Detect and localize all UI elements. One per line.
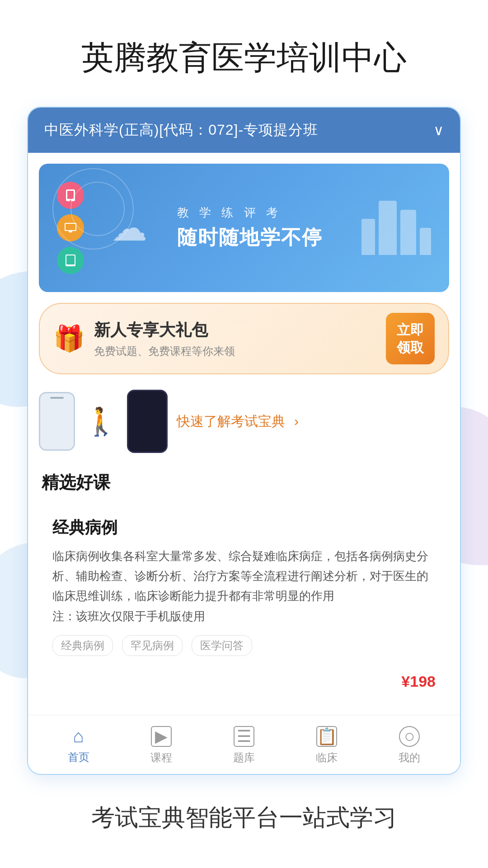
quick-link-text[interactable]: 快速了解考试宝典	[177, 412, 285, 431]
profile-icon: ○	[399, 726, 420, 747]
nav-item-clinical[interactable]: 📋 临床	[304, 726, 349, 765]
phone-mockup-2	[127, 390, 168, 453]
svg-rect-7	[66, 255, 75, 264]
price-symbol: ¥	[401, 673, 410, 690]
app-card: 中医外科学(正高)[代码：072]-专项提分班 ∨	[27, 107, 461, 775]
nav-item-profile[interactable]: ○ 我的	[387, 726, 432, 765]
course-price: ¥198	[52, 665, 436, 692]
practice-icon: ☰	[234, 726, 254, 747]
cloud-decoration: ☁	[111, 207, 147, 249]
gift-box-icon: 🎁	[53, 324, 85, 354]
quick-link-row: 🚶 快速了解考试宝典 ›	[39, 385, 449, 458]
clinical-icon: 📋	[316, 726, 337, 747]
course-tag-qa: 医学问答	[192, 635, 252, 656]
nav-label-home: 首页	[68, 750, 89, 764]
nav-label-profile: 我的	[399, 750, 420, 765]
home-icon: ⌂	[73, 726, 84, 746]
course-selector[interactable]: 中医外科学(正高)[代码：072]-专项提分班 ∨	[28, 108, 460, 153]
banner-text: 教 学 练 评 考 随时随地学不停	[177, 205, 323, 251]
gift-subtitle: 免费试题、免费课程等你来领	[94, 344, 377, 359]
featured-courses-title: 精选好课	[28, 467, 460, 503]
bottom-navigation: ⌂ 首页 ▶ 课程 ☰ 题库 📋 临床 ○ 我的	[28, 715, 460, 774]
nav-label-clinical: 临床	[316, 750, 338, 765]
gift-btn-line1: 立即	[397, 321, 424, 339]
footer-text: 考试宝典智能平台一站式学习	[0, 775, 488, 868]
banner-title: 随时随地学不停	[177, 224, 323, 251]
nav-item-home[interactable]: ⌂ 首页	[56, 726, 101, 764]
chevron-down-icon: ∨	[433, 122, 444, 139]
phone-mockup-1	[39, 392, 75, 451]
gift-banner[interactable]: 🎁 新人专享大礼包 免费试题、免费课程等你来领 立即 领取	[39, 303, 449, 374]
price-value: 198	[410, 673, 436, 690]
nav-item-practice[interactable]: ☰ 题库	[221, 726, 267, 765]
course-description: 临床病例收集各科室大量常多发、综合疑难临床病症，包括各病例病史分析、辅助检查、诊…	[52, 546, 436, 626]
nav-label-practice: 题库	[233, 750, 255, 765]
course-tag-rare: 罕见病例	[122, 635, 183, 656]
course-title: 经典病例	[52, 517, 436, 539]
course-card: 经典病例 临床病例收集各科室大量常多发、综合疑难临床病症，包括各病例病史分析、辅…	[39, 503, 449, 706]
course-tags: 经典病例 罕见病例 医学问答	[52, 635, 436, 656]
course-tag-classic: 经典病例	[52, 635, 113, 656]
nav-item-course[interactable]: ▶ 课程	[139, 726, 184, 765]
course-header-text: 中医外科学(正高)[代码：072]-专项提分班	[44, 120, 318, 140]
gift-text: 新人专享大礼包 免费试题、免费课程等你来领	[94, 319, 377, 359]
gift-claim-button[interactable]: 立即 领取	[386, 313, 435, 364]
nav-label-course: 课程	[150, 750, 172, 765]
banner-buildings-decoration	[361, 201, 431, 255]
person-walking-icon: 🚶	[84, 406, 118, 438]
page-title: 英腾教育医学培训中心	[0, 0, 488, 107]
promo-banner: ☁ 教 学 练 评 考 随时随地学不停	[39, 164, 449, 292]
gift-btn-line2: 领取	[397, 339, 424, 356]
svg-point-8	[70, 265, 71, 266]
course-icon: ▶	[151, 726, 172, 747]
quick-link-arrow-icon: ›	[294, 414, 299, 429]
banner-icon-tablet	[57, 247, 84, 274]
banner-subtitle: 教 学 练 评 考	[177, 205, 323, 221]
gift-title: 新人专享大礼包	[94, 319, 377, 341]
